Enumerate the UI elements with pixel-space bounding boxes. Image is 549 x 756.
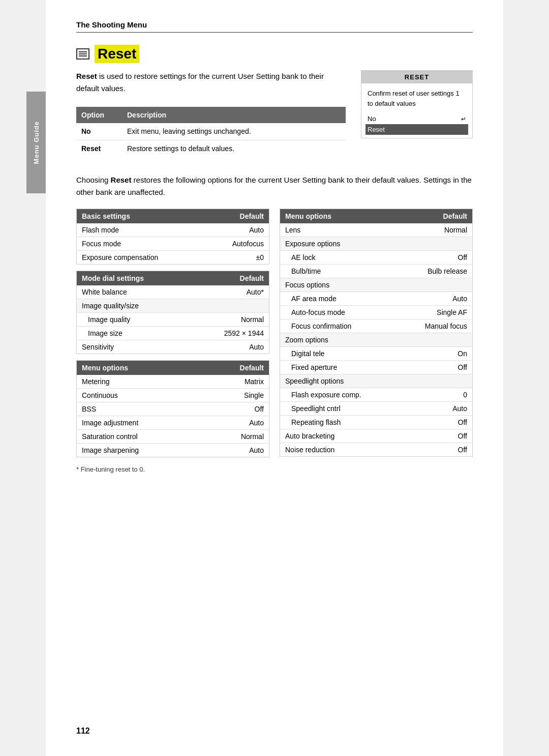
sensitivity-label: Sensitivity	[77, 340, 191, 354]
desc-prefix: Choosing	[76, 176, 111, 184]
bss-value: Off	[204, 402, 269, 416]
noise-reduction-value: Off	[400, 443, 473, 457]
saturation-value: Normal	[204, 430, 269, 444]
digital-tele-label: Digital tele	[280, 347, 400, 361]
auto-bracketing-label: Auto bracketing	[280, 429, 400, 443]
zoom-options-group: Zoom options	[280, 333, 473, 347]
image-sharp-value: Auto	[204, 444, 269, 457]
image-quality-value: Normal	[190, 313, 269, 327]
intro-text: Reset is used to restore settings for th…	[76, 70, 346, 162]
group-label-row: Speedlight options	[280, 374, 473, 388]
white-balance-label: White balance	[77, 285, 191, 299]
description-text: Choosing Reset restores the following op…	[76, 174, 473, 198]
table-row: BSS Off	[77, 402, 269, 416]
fixed-aperture-label: Fixed aperture	[280, 361, 400, 374]
section-title-row: Reset	[76, 45, 473, 63]
table-row: Image sharpening Auto	[77, 444, 269, 457]
bulb-time-value: Bulb release	[400, 265, 473, 278]
image-quality-group: Image quality/size	[77, 299, 269, 313]
table-row: Saturation control Normal	[77, 430, 269, 444]
table-row: Sensitivity Auto	[77, 340, 269, 354]
table-row: Metering Matrix	[77, 375, 269, 389]
table-row: Exposure compensation ±0	[77, 251, 269, 265]
table-row: Bulb/time Bulb release	[280, 265, 473, 278]
intro-row: Reset is used to restore settings for th…	[76, 70, 473, 162]
fixed-aperture-value: Off	[400, 361, 473, 374]
page-number: 112	[76, 726, 90, 736]
menu-icon	[76, 48, 89, 60]
description-col-header: Description	[122, 107, 346, 123]
table-row: White balance Auto*	[77, 285, 269, 299]
menu-options-right-default: Default	[400, 209, 473, 224]
speedlight-cntrl-value: Auto	[400, 402, 473, 416]
option-reset: Reset	[76, 140, 122, 157]
flash-mode-value: Auto	[206, 223, 269, 237]
main-tables: Basic settings Default Flash mode Auto F…	[76, 209, 473, 457]
option-reset-desc: Restore settings to default values.	[122, 140, 346, 157]
mode-dial-header: Mode dial settings	[77, 271, 191, 286]
table-row: Focus mode Autofocus	[77, 237, 269, 251]
lens-label: Lens	[280, 223, 400, 237]
image-size-value: 2592 × 1944	[190, 327, 269, 340]
focus-mode-value: Autofocus	[206, 237, 269, 251]
table-row: Auto-focus mode Single AF	[280, 306, 473, 319]
exposure-comp-value: ±0	[206, 251, 269, 265]
table-row: Lens Normal	[280, 223, 473, 237]
table-row: Noise reduction Off	[280, 443, 473, 457]
menu-options-left-default: Default	[204, 361, 269, 375]
focus-confirm-value: Manual focus	[400, 319, 473, 333]
continuous-value: Single	[204, 389, 269, 402]
page-header-title: The Shooting Menu	[76, 20, 147, 29]
flash-mode-label: Flash mode	[77, 223, 206, 237]
group-label-row: Image quality/size	[77, 299, 269, 313]
ae-lock-value: Off	[400, 251, 473, 265]
option-no-desc: Exit menu, leaving settings unchanged.	[122, 123, 346, 140]
reset-option-reset: Reset	[365, 124, 468, 135]
reset-dialog: RESET Confirm reset of user settings 1 t…	[361, 70, 473, 138]
table-row: Continuous Single	[77, 389, 269, 402]
table-row: Auto bracketing Off	[280, 429, 473, 443]
table-row: Repeating flash Off	[280, 416, 473, 429]
saturation-label: Saturation control	[77, 430, 204, 444]
menu-options-left-table: Menu options Default Metering Matrix Con…	[76, 360, 269, 457]
desc-bold: Reset	[111, 176, 132, 184]
table-row: Flash exposure comp. 0	[280, 388, 473, 402]
basic-settings-table: Basic settings Default Flash mode Auto F…	[76, 209, 269, 265]
group-label-row: Zoom options	[280, 333, 473, 347]
page-header: The Shooting Menu	[76, 20, 473, 33]
table-row: Reset Restore settings to default values…	[76, 140, 346, 157]
lens-value: Normal	[400, 223, 473, 237]
mode-dial-table: Mode dial settings Default White balance…	[76, 271, 269, 354]
table-row: Flash mode Auto	[77, 223, 269, 237]
repeating-flash-label: Repeating flash	[280, 416, 400, 429]
repeating-flash-value: Off	[400, 416, 473, 429]
table-row: Image quality Normal	[77, 313, 269, 327]
table-row: No Exit menu, leaving settings unchanged…	[76, 123, 346, 140]
table-row: Digital tele On	[280, 347, 473, 361]
image-sharp-label: Image sharpening	[77, 444, 204, 457]
basic-default-header: Default	[206, 209, 269, 224]
intro-rest: is used to restore settings for the curr…	[76, 72, 324, 93]
exposure-options-group: Exposure options	[280, 237, 473, 251]
image-adj-label: Image adjustment	[77, 416, 204, 430]
side-tab: Menu Guide	[26, 92, 46, 193]
basic-settings-header: Basic settings	[77, 209, 206, 224]
enter-icon: ↵	[461, 115, 466, 123]
menu-options-left-header: Menu options	[77, 361, 204, 375]
table-row: Speedlight cntrl Auto	[280, 402, 473, 416]
side-tab-label: Menu Guide	[33, 121, 40, 164]
af-area-value: Auto	[400, 292, 473, 306]
table-row: AE lock Off	[280, 251, 473, 265]
desc-suffix: restores the following options for the c…	[76, 176, 472, 196]
footnote: * Fine-tuning reset to 0.	[76, 466, 473, 473]
speedlight-cntrl-label: Speedlight cntrl	[280, 402, 400, 416]
auto-bracketing-value: Off	[400, 429, 473, 443]
focus-confirm-label: Focus confirmation	[280, 319, 400, 333]
reset-dialog-options: No ↵ Reset	[361, 113, 472, 138]
table-row: Image adjustment Auto	[77, 416, 269, 430]
digital-tele-value: On	[400, 347, 473, 361]
focus-mode-label: Focus mode	[77, 237, 206, 251]
bss-label: BSS	[77, 402, 204, 416]
group-label-row: Focus options	[280, 278, 473, 292]
autofocus-mode-label: Auto-focus mode	[280, 306, 400, 319]
